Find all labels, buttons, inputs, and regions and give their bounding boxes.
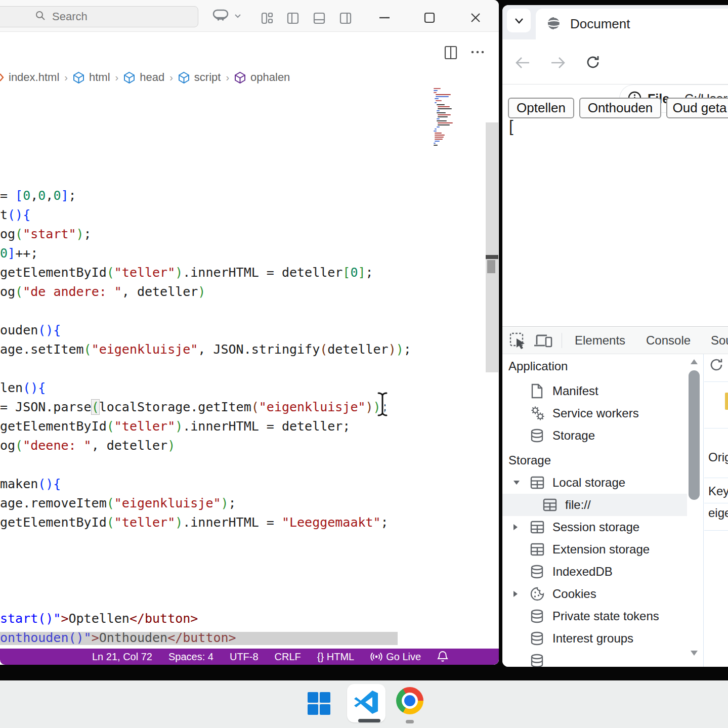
devtools-tab-sou[interactable]: Sou <box>711 327 728 354</box>
minimize-button[interactable] <box>378 17 391 19</box>
toggle-device-toolbar-icon[interactable] <box>534 333 553 349</box>
editor-more-actions-icon[interactable] <box>470 50 485 55</box>
sidebar-item-label: Service workers <box>552 406 639 420</box>
scroll-up-arrow[interactable] <box>690 358 699 367</box>
devtools-tab-console[interactable]: Console <box>646 327 691 354</box>
sidebar-item-storage[interactable]: Storage <box>502 424 687 447</box>
command-center-search[interactable] <box>0 6 198 27</box>
refresh-icon[interactable] <box>709 357 724 372</box>
split-editor-icon[interactable] <box>444 46 457 60</box>
code-line: og("de andere: ", deteller) <box>0 282 411 302</box>
table-icon <box>530 521 544 534</box>
toggle-sidebar-right-icon[interactable] <box>339 12 352 25</box>
breadcrumb-item[interactable]: html <box>89 71 110 84</box>
tree-item-interest-groups[interactable]: Interest groups <box>502 627 687 650</box>
scrollbar-knob[interactable] <box>487 260 495 273</box>
tree-item-cookies[interactable]: Cookies <box>502 583 687 605</box>
taskbar-vscode-button[interactable] <box>347 684 386 722</box>
sidebar-item-manifest[interactable]: Manifest <box>502 380 687 402</box>
code-token: "start" <box>23 227 76 241</box>
code-editor[interactable]: = [0,0,0];t(){og("start");0]++;getElemen… <box>0 186 411 648</box>
tree-item-file-[interactable]: file:// <box>502 494 687 516</box>
tree-item-indexeddb[interactable]: IndexedDB <box>502 561 687 583</box>
breadcrumb-item[interactable]: head <box>140 71 164 84</box>
taskbar <box>0 680 728 728</box>
customize-layout-icon[interactable] <box>261 12 274 25</box>
start-button[interactable] <box>307 692 331 715</box>
breadcrumb-item[interactable]: ophalen <box>250 71 290 84</box>
chevron-collapsed-icon[interactable] <box>512 590 519 598</box>
code-line: ouden(){ <box>0 321 411 340</box>
code-line: 0]++; <box>0 244 411 263</box>
toggle-panel-icon[interactable] <box>313 12 326 25</box>
status-encoding[interactable]: UTF-8 <box>230 651 259 663</box>
back-button[interactable] <box>515 56 531 69</box>
code-line: og("deene: ", deteller) <box>0 436 411 455</box>
scroll-down-arrow[interactable] <box>690 650 699 659</box>
copilot-icon[interactable] <box>211 8 230 24</box>
vertical-scrollbar[interactable] <box>486 122 498 372</box>
breadcrumb-item[interactable]: script <box>194 71 221 84</box>
status-cursor-position[interactable]: Ln 21, Col 72 <box>92 651 152 663</box>
maximize-button[interactable] <box>424 12 435 23</box>
tab-search-button[interactable] <box>507 9 531 32</box>
sidebar-item-service-workers[interactable]: Service workers <box>502 402 687 424</box>
page-button-optellen[interactable]: Optellen <box>508 98 574 118</box>
minimap-line <box>438 122 453 123</box>
inspect-element-icon[interactable] <box>509 332 527 350</box>
tree-item-private-state-tokens[interactable]: Private state tokens <box>502 605 687 627</box>
code-token: ouden <box>0 323 38 337</box>
tree-item-clipped[interactable] <box>502 650 687 667</box>
close-button[interactable] <box>470 12 481 23</box>
status-eol[interactable]: CRLF <box>275 651 301 663</box>
tree-item-extension-storage[interactable]: Extension storage <box>502 538 687 561</box>
code-token: 0 <box>350 265 358 280</box>
code-token: ( <box>15 438 23 453</box>
horizontal-scrollbar[interactable] <box>0 632 398 645</box>
service-workers-icon <box>530 406 545 421</box>
minimap-line <box>435 141 440 142</box>
chevron-expanded-icon[interactable] <box>512 480 521 486</box>
status-label: {} HTML <box>317 651 354 663</box>
breadcrumb[interactable]: index.html›html›head›script›ophalen <box>0 67 290 88</box>
search-icon <box>35 10 46 23</box>
minimap[interactable] <box>432 88 485 148</box>
code-token: ( <box>107 265 114 280</box>
divider <box>704 503 728 503</box>
taskbar-chrome-button[interactable] <box>396 687 423 714</box>
status-notifications[interactable] <box>437 651 448 663</box>
sidebar-item-label: Storage <box>552 429 595 443</box>
devtools-tab-elements[interactable]: Elements <box>575 327 625 354</box>
tree-item-session-storage[interactable]: Session storage <box>502 516 687 538</box>
reload-button[interactable] <box>585 55 601 70</box>
code-token: "deene: " <box>23 438 91 453</box>
status-bar: Ln 21, Col 72Spaces: 4UTF-8CRLF{} HTMLGo… <box>0 649 499 665</box>
storage-key-cell[interactable]: eige <box>708 506 728 520</box>
breadcrumb-item[interactable]: index.html <box>9 71 59 84</box>
status-indentation[interactable]: Spaces: 4 <box>168 651 213 663</box>
key-column-header[interactable]: Key <box>708 484 728 498</box>
table-icon <box>543 498 557 511</box>
sidebar-scrollbar-thumb[interactable] <box>689 370 700 500</box>
chevron-down-icon[interactable] <box>234 13 242 19</box>
minimap-line <box>434 143 436 144</box>
tree-item-local-storage[interactable]: Local storage <box>502 472 687 494</box>
code-line <box>0 302 411 321</box>
code-token: "teller" <box>114 265 175 280</box>
page-button-oud-geta[interactable]: Oud geta <box>666 98 728 118</box>
minimap-line <box>437 110 440 111</box>
devtools-panel: ElementsConsoleSou ApplicationManifestSe… <box>502 326 728 667</box>
status-language-mode[interactable]: {} HTML <box>317 651 354 663</box>
toggle-sidebar-left-icon[interactable] <box>286 12 299 25</box>
forward-button[interactable] <box>550 56 566 69</box>
code-line <box>0 359 411 378</box>
search-input[interactable] <box>51 10 154 24</box>
code-token: , JSON.stringify <box>198 342 320 357</box>
status-go-live[interactable]: Go Live <box>370 651 421 663</box>
browser-tab[interactable]: Document <box>536 9 728 39</box>
code-token: ; <box>229 496 236 510</box>
code-token: start()" <box>0 611 61 626</box>
vscode-titlebar <box>0 0 499 32</box>
page-button-onthouden[interactable]: Onthouden <box>579 98 661 118</box>
chevron-collapsed-icon[interactable] <box>512 523 519 531</box>
